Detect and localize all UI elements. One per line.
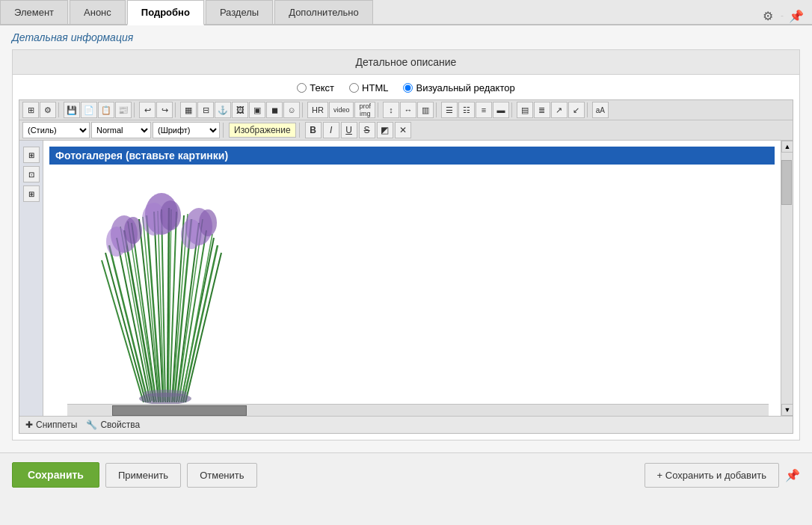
font-select[interactable]: (Шрифт) xyxy=(153,122,220,138)
tb-collapse-btn[interactable]: ↙ xyxy=(568,102,585,118)
tb-sep-2 xyxy=(134,102,137,117)
tb-video-btn[interactable]: video xyxy=(329,102,354,118)
apply-button[interactable]: Применить xyxy=(105,463,181,488)
snippets-icon: ✚ xyxy=(25,420,33,430)
radio-visual[interactable]: Визуальный редактор xyxy=(403,82,514,93)
left-btn-1[interactable]: ⊞ xyxy=(23,147,40,163)
tb2-sep-2 xyxy=(299,123,302,138)
gallery-title: Фотогалерея (вставьте картинки) xyxy=(49,147,775,165)
tb-sep-1 xyxy=(58,102,61,117)
cancel-button[interactable]: Отменить xyxy=(187,463,256,488)
tb-img-btn[interactable]: 🖼 xyxy=(232,102,248,118)
tb-aa-btn[interactable]: aA xyxy=(592,102,609,118)
scroll-track[interactable] xyxy=(781,153,793,404)
svg-point-28 xyxy=(143,390,188,397)
tb-ul-btn[interactable]: ☰ xyxy=(441,102,458,118)
top-right-icons: ⚙ - 📌 xyxy=(760,7,812,24)
clear-format-btn[interactable]: ✕ xyxy=(395,122,411,138)
tb-hr-btn[interactable]: HR xyxy=(307,102,328,118)
radio-html[interactable]: HTML xyxy=(349,82,388,93)
action-bar: Сохранить Применить Отменить + Сохранить… xyxy=(0,452,812,497)
properties-icon: 🔧 xyxy=(86,420,97,430)
tab-anons[interactable]: Анонс xyxy=(70,0,126,24)
strike-btn[interactable]: S xyxy=(359,122,375,138)
left-btn-2[interactable]: ⊡ xyxy=(23,166,40,182)
properties-btn[interactable]: 🔧 Свойства xyxy=(86,420,140,430)
toolbar-row-1: ⊞ ⚙ 💾 📄 📋 📰 ↩ ↪ ▦ ⊟ ⚓ 🖼 ▣ ◼ ☺ HR xyxy=(19,100,793,120)
save-add-button[interactable]: + Сохранить и добавить xyxy=(645,463,779,488)
bold-btn[interactable]: B xyxy=(305,122,322,138)
tb-source-btn[interactable]: ≣ xyxy=(534,102,550,118)
radio-html-input[interactable] xyxy=(349,83,359,93)
scroll-thumb[interactable] xyxy=(781,160,792,205)
tb-save4-btn[interactable]: 📰 xyxy=(115,102,132,118)
separator: - xyxy=(781,10,784,21)
radio-visual-input[interactable] xyxy=(403,83,413,93)
svg-point-36 xyxy=(181,219,202,249)
tab-sections[interactable]: Разделы xyxy=(206,0,273,24)
tb-special-btn[interactable]: ◼ xyxy=(266,102,283,118)
tb-blocks-btn[interactable]: ▤ xyxy=(517,102,533,118)
main-panel: Детальное описание Текст HTML Визуальный… xyxy=(12,49,800,440)
h-scrollbar-thumb[interactable] xyxy=(112,405,247,416)
svg-point-30 xyxy=(106,227,127,257)
settings-icon[interactable]: ⚙ xyxy=(760,7,776,24)
radio-text-input[interactable] xyxy=(297,83,307,93)
tb-undo-btn[interactable]: ↩ xyxy=(139,102,156,118)
h-scrollbar-area xyxy=(67,404,769,416)
editor-container: ⊞ ⚙ 💾 📄 📋 📰 ↩ ↪ ▦ ⊟ ⚓ 🖼 ▣ ◼ ☺ HR xyxy=(19,99,793,434)
tb-align-center-btn[interactable]: ↔ xyxy=(400,102,416,118)
page-content: Детальная информация Детальное описание … xyxy=(0,25,812,497)
tb-ol-btn[interactable]: ☷ xyxy=(458,102,475,118)
tb-outdent-btn[interactable]: ▬ xyxy=(493,102,509,118)
flower-image-container xyxy=(49,171,259,410)
underline-btn[interactable]: U xyxy=(341,122,357,138)
save-button[interactable]: Сохранить xyxy=(12,462,99,488)
tb-sep-4 xyxy=(302,102,305,117)
tb-sep-6 xyxy=(436,102,439,117)
svg-point-34 xyxy=(160,200,181,230)
tb-sep-5 xyxy=(378,102,381,117)
tb-align-left-btn[interactable]: ↕ xyxy=(383,102,399,118)
tb-table-btn[interactable]: ▦ xyxy=(180,102,197,118)
scroll-up-btn[interactable]: ▲ xyxy=(781,141,793,153)
h-scrollbar-track[interactable] xyxy=(67,404,769,416)
scroll-down-btn[interactable]: ▼ xyxy=(781,404,793,416)
italic-btn[interactable]: I xyxy=(323,122,339,138)
style-select[interactable]: (Стиль) xyxy=(22,122,90,138)
tb2-sep-1 xyxy=(223,123,226,138)
top-tabs: Элемент Анонс Подробно Разделы Дополните… xyxy=(0,0,812,25)
tb-grid-btn[interactable]: ⊞ xyxy=(22,102,39,118)
tb-indent-btn[interactable]: ≡ xyxy=(476,102,492,118)
tb-prof-btn[interactable]: profimg xyxy=(354,102,375,118)
radio-row: Текст HTML Визуальный редактор xyxy=(13,75,799,99)
toolbar-row-2: (Стиль) Normal (Шрифт) Изображение B I U… xyxy=(19,120,793,141)
tb-fullscreen-btn[interactable]: ↗ xyxy=(551,102,568,118)
tb-save1-btn[interactable]: 💾 xyxy=(64,102,80,118)
tb-emoji-btn[interactable]: ☺ xyxy=(283,102,300,118)
tb-save2-btn[interactable]: 📄 xyxy=(81,102,97,118)
radio-text[interactable]: Текст xyxy=(297,82,334,93)
highlight-btn[interactable]: ◩ xyxy=(377,122,393,138)
editor-left-bar: ⊞ ⊡ ⊞ xyxy=(19,141,43,416)
snippets-btn[interactable]: ✚ Сниппеты xyxy=(25,420,77,430)
tb-align-right-btn[interactable]: ▥ xyxy=(417,102,434,118)
tb-settings-btn[interactable]: ⚙ xyxy=(40,102,56,118)
action-pin-icon[interactable]: 📌 xyxy=(785,468,800,482)
svg-line-14 xyxy=(105,253,146,402)
tb-redo-btn[interactable]: ↪ xyxy=(156,102,173,118)
tab-element[interactable]: Элемент xyxy=(0,0,68,24)
tab-detail[interactable]: Подробно xyxy=(127,0,204,25)
tb-frame-btn[interactable]: ⊟ xyxy=(197,102,214,118)
v-scrollbar: ▲ ▼ xyxy=(781,141,793,416)
tb-save3-btn[interactable]: 📋 xyxy=(98,102,114,118)
format-select[interactable]: Normal xyxy=(91,122,151,138)
svg-line-13 xyxy=(109,245,148,402)
tb-sep-3 xyxy=(175,102,178,117)
tb-media-btn[interactable]: ▣ xyxy=(249,102,265,118)
left-btn-3[interactable]: ⊞ xyxy=(23,185,40,202)
tb-anchor-btn[interactable]: ⚓ xyxy=(215,102,231,118)
editor-main[interactable]: Фотогалерея (вставьте картинки) xyxy=(43,141,781,416)
pin-icon[interactable]: 📌 xyxy=(788,7,805,24)
tab-extra[interactable]: Дополнительно xyxy=(274,0,373,24)
